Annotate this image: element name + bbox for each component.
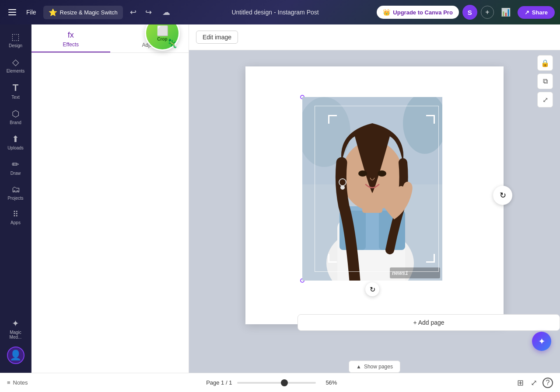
- magic-wand-button[interactable]: ✦: [532, 332, 551, 351]
- help-button[interactable]: ?: [542, 378, 553, 388]
- sidebar-item-brand[interactable]: ⬡ Brand: [2, 105, 30, 128]
- sidebar-item-elements[interactable]: ◇ Elements: [2, 53, 30, 77]
- analytics-button[interactable]: 📊: [497, 6, 514, 19]
- edit-image-bar: Edit image: [189, 24, 560, 50]
- side-panel: fx Effects ⚙ Adjust ⬜ Crop 🦎: [32, 24, 189, 373]
- crop-handle-tl: [328, 115, 337, 124]
- canvas-wrapper: news1 ↻ ↻: [189, 50, 560, 340]
- sidebar-item-apps[interactable]: ⠿ Apps: [2, 206, 30, 229]
- undo-button[interactable]: ↩: [126, 6, 140, 19]
- share-icon: ↗: [525, 9, 529, 16]
- canvas-area: Edit image 🔒 ⧉ ⤢: [189, 24, 560, 373]
- star-icon: ⭐: [49, 8, 57, 17]
- draw-icon: ✏: [12, 159, 19, 170]
- crop-handle-br: [426, 254, 435, 263]
- sidebar: ⬚ Design ◇ Elements T Text ⬡ Brand ⬆ Upl…: [0, 24, 32, 373]
- notes-button[interactable]: ≡ Notes: [7, 379, 28, 386]
- main-content: ⬚ Design ◇ Elements T Text ⬡ Brand ⬆ Upl…: [0, 24, 560, 373]
- user-avatar-circle[interactable]: 👤: [7, 347, 24, 364]
- upgrade-button[interactable]: 👑 Upgrade to Canva Pro: [377, 6, 459, 19]
- add-collaborator-button[interactable]: +: [481, 6, 494, 19]
- text-icon: T: [13, 82, 18, 94]
- share-button[interactable]: ↗ Share: [518, 6, 555, 19]
- sidebar-item-uploads[interactable]: ⬆ Uploads: [2, 130, 30, 154]
- page-info-group: Page 1 / 1 56%: [33, 379, 510, 386]
- grid-view-button[interactable]: ⊞: [515, 376, 525, 389]
- canvas-toolbar: 🔒 ⧉ ⤢: [537, 55, 553, 108]
- crown-icon: 👑: [383, 9, 390, 16]
- user-avatar-button[interactable]: S: [462, 5, 477, 20]
- crop-handle-bl: [328, 254, 337, 263]
- chevron-up-icon: ▲: [356, 364, 361, 370]
- avatar-icon: 👤: [10, 350, 21, 361]
- zoom-level: 56%: [321, 379, 337, 386]
- page-counter: Page 1 / 1: [206, 379, 232, 386]
- elements-icon: ◇: [12, 57, 19, 67]
- canvas-page: news1 ↻ ↻: [245, 66, 504, 324]
- canvas-rotate-button[interactable]: ↻: [493, 186, 512, 205]
- redo-button[interactable]: ↪: [142, 6, 155, 19]
- sidebar-item-draw[interactable]: ✏ Draw: [2, 156, 30, 179]
- sidebar-bottom: ✦ Magic Med... 👤: [2, 315, 30, 369]
- undo-redo-group: ↩ ↪: [126, 6, 155, 19]
- design-icon: ⬚: [11, 31, 20, 42]
- view-options: ⊞ ⤢ ?: [515, 376, 553, 389]
- sidebar-item-text[interactable]: T Text: [2, 79, 30, 103]
- zoom-thumb: [281, 379, 288, 386]
- crop-icon: ⬜: [157, 25, 168, 37]
- bottombar: ≡ Notes Page 1 / 1 56% ⊞ ⤢ ?: [0, 373, 560, 392]
- lock-button[interactable]: 🔒: [537, 55, 553, 71]
- edit-image-button[interactable]: Edit image: [196, 31, 238, 44]
- cloud-save-button[interactable]: ☁: [159, 6, 174, 19]
- projects-icon: 🗂: [11, 184, 20, 194]
- tab-effects[interactable]: fx Effects: [32, 24, 110, 52]
- document-title: Untitled design - Instagram Post: [231, 9, 318, 16]
- brand-icon: ⬡: [12, 108, 19, 119]
- zoom-slider[interactable]: [237, 382, 316, 384]
- effects-tab-icon: fx: [68, 31, 74, 40]
- show-pages-button[interactable]: ▲ Show pages: [349, 361, 400, 373]
- hamburger-menu-button[interactable]: [5, 5, 19, 19]
- image-container[interactable]: news1 ↻: [302, 97, 442, 281]
- add-page-button[interactable]: + Add page: [298, 314, 560, 331]
- magic-media-icon: ✦: [12, 318, 19, 329]
- topbar-right: 👑 Upgrade to Canva Pro S + 📊 ↗ Share: [377, 5, 555, 20]
- duplicate-button[interactable]: ⧉: [537, 73, 553, 89]
- rotate-handle[interactable]: ↻: [365, 282, 379, 296]
- uploads-icon: ⬆: [12, 134, 19, 144]
- sidebar-item-projects[interactable]: 🗂 Projects: [2, 181, 30, 204]
- fullscreen-button[interactable]: ⤢: [529, 376, 539, 389]
- sidebar-item-magic-media[interactable]: ✦ Magic Med...: [2, 315, 30, 343]
- panel-tabs: fx Effects ⚙ Adjust ⬜ Crop 🦎: [32, 24, 189, 53]
- topbar-left: File ⭐ Resize & Magic Switch ↩ ↪ ☁: [5, 5, 174, 19]
- topbar-center: Untitled design - Instagram Post: [177, 9, 374, 16]
- show-pages-bar: ▲ Show pages: [189, 361, 560, 373]
- resize-magic-switch-button[interactable]: ⭐ Resize & Magic Switch: [43, 6, 123, 19]
- sidebar-item-design[interactable]: ⬚ Design: [2, 28, 30, 52]
- crop-handle-tr: [426, 115, 435, 124]
- topbar: File ⭐ Resize & Magic Switch ↩ ↪ ☁ Untit…: [0, 0, 560, 24]
- crop-box: [315, 106, 439, 272]
- apps-icon: ⠿: [13, 209, 18, 219]
- expand-button[interactable]: ⤢: [537, 92, 553, 108]
- panel-content: [32, 53, 189, 373]
- dinosaur-icon: 🦎: [167, 38, 178, 49]
- notes-icon: ≡: [7, 379, 10, 386]
- file-menu-button[interactable]: File: [23, 7, 40, 17]
